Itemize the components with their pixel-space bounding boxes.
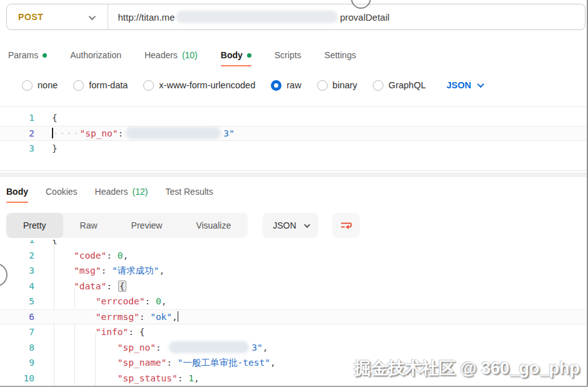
tab-label: Authorization <box>70 50 121 60</box>
response-tab-body[interactable]: Body <box>6 182 28 202</box>
view-raw[interactable]: Raw <box>63 213 114 238</box>
tab-label: Headers <box>95 187 128 197</box>
line-number: 3 <box>0 141 34 157</box>
url-suffix: provalDetail <box>340 12 389 23</box>
tab-scripts[interactable]: Scripts <box>275 45 302 65</box>
code-segment: : <box>178 373 188 383</box>
code-segment: "请求成功" <box>112 266 159 276</box>
code-segment: { <box>52 240 58 245</box>
code-line: 2 "code": 0, <box>0 248 587 264</box>
code-segment: "data" <box>74 281 106 291</box>
code-segment: , <box>160 266 165 276</box>
wrap-text-button[interactable] <box>332 213 360 238</box>
tab-headers[interactable]: Headers (10) <box>144 45 198 65</box>
mode-label: GraphQL <box>388 80 426 90</box>
code-line: 1{ <box>0 240 587 248</box>
code-segment: "info" <box>96 327 128 337</box>
mode-label: none <box>38 80 58 90</box>
method-selector[interactable]: POST <box>7 12 53 22</box>
redacted-blur <box>169 341 249 353</box>
line-number: 1 <box>0 110 34 126</box>
line-number: 7 <box>0 324 34 340</box>
response-language-label: JSON <box>273 220 296 230</box>
url-input[interactable]: http://titan.me provalDetail <box>118 11 390 23</box>
tab-settings[interactable]: Settings <box>325 45 357 65</box>
response-tab-headers[interactable]: Headers (12) <box>95 182 148 202</box>
mode-label: raw <box>286 80 301 90</box>
radio-raw-selected[interactable] <box>271 80 281 91</box>
pane-divider[interactable] <box>0 173 588 177</box>
code-segment: , <box>172 312 178 322</box>
tab-label: Scripts <box>275 50 302 60</box>
chevron-down-icon <box>477 81 484 88</box>
mode-label: binary <box>333 80 358 90</box>
code-segment: "msg" <box>74 266 101 276</box>
tab-label: Body <box>221 50 243 60</box>
wrap-text-icon <box>338 218 353 233</box>
tab-body[interactable]: Body <box>221 45 251 65</box>
url-redacted-blur <box>176 11 338 23</box>
code-segment: : <box>144 296 155 306</box>
tab-label: Params <box>8 50 38 60</box>
headers-count: (10) <box>182 50 198 60</box>
view-pretty[interactable]: Pretty <box>6 213 63 238</box>
code-segment <box>52 250 74 261</box>
mode-label: form-data <box>89 80 128 90</box>
code-segment: : <box>118 128 124 138</box>
line-number: 1 <box>0 240 34 248</box>
mode-form-data[interactable]: form-data <box>73 80 128 91</box>
code-segment <box>52 343 118 353</box>
mode-none[interactable]: none <box>22 80 58 91</box>
radio-form-data[interactable] <box>73 80 84 91</box>
code-segment: : <box>101 266 112 276</box>
tab-label: Test Results <box>165 187 213 197</box>
code-segment: : <box>106 250 117 261</box>
tab-label: Cookies <box>46 187 78 197</box>
view-visualize[interactable]: Visualize <box>179 213 248 238</box>
response-language-dropdown[interactable]: JSON <box>263 213 318 238</box>
code-segment: 3" <box>251 343 262 353</box>
code-segment: { <box>52 113 58 123</box>
tab-params[interactable]: Params <box>8 45 47 65</box>
watermark: 掘金技术社区 @ 360_go_php <box>354 357 583 379</box>
response-toolbar: Pretty Raw Preview Visualize JSON <box>6 213 360 238</box>
body-language-label: JSON <box>447 80 472 90</box>
code-segment <box>52 358 118 368</box>
response-tab-cookies[interactable]: Cookies <box>46 182 78 202</box>
code-segment <box>52 312 96 322</box>
code-segment: 0 <box>118 250 123 261</box>
request-body-editor[interactable]: 1{2····"sp_no":3"3} <box>0 106 587 171</box>
radio-x-www-form-urlencoded[interactable] <box>143 80 154 91</box>
text-cursor <box>178 311 179 322</box>
body-language-dropdown[interactable]: JSON <box>447 80 483 90</box>
body-mode-options: none form-data x-www-form-urlencoded raw… <box>22 76 482 94</box>
code-segment: 1 <box>188 373 194 383</box>
method-chevron-icon[interactable] <box>89 11 94 23</box>
code-segment: "errmsg" <box>96 312 139 322</box>
mode-binary[interactable]: binary <box>317 80 358 91</box>
code-segment: : <box>156 343 166 353</box>
code-segment: "sp_no" <box>118 343 156 353</box>
request-url-bar: POST http://titan.me provalDetail <box>6 4 585 30</box>
url-separator <box>108 4 108 29</box>
code-segment: , <box>161 296 167 306</box>
params-green-dot <box>43 53 47 58</box>
response-tab-test-results[interactable]: Test Results <box>165 182 213 202</box>
mode-raw[interactable]: raw <box>271 80 301 91</box>
code-segment: , <box>263 343 268 353</box>
code-segment: ···· <box>53 128 80 138</box>
code-segment <box>52 327 96 337</box>
code-segment <box>52 296 96 306</box>
tab-authorization[interactable]: Authorization <box>70 45 121 65</box>
radio-binary[interactable] <box>317 80 328 91</box>
mode-x-www-form-urlencoded[interactable]: x-www-form-urlencoded <box>143 80 255 91</box>
radio-graphql[interactable] <box>373 80 383 91</box>
code-segment <box>52 281 74 291</box>
line-number: 10 <box>0 371 34 386</box>
radio-none[interactable] <box>22 80 33 91</box>
view-preview[interactable]: Preview <box>114 213 180 238</box>
code-line: 4 "data": { <box>0 279 587 294</box>
code-segment: : <box>166 358 177 368</box>
response-headers-count: (12) <box>133 187 148 197</box>
mode-graphql[interactable]: GraphQL <box>373 80 426 91</box>
